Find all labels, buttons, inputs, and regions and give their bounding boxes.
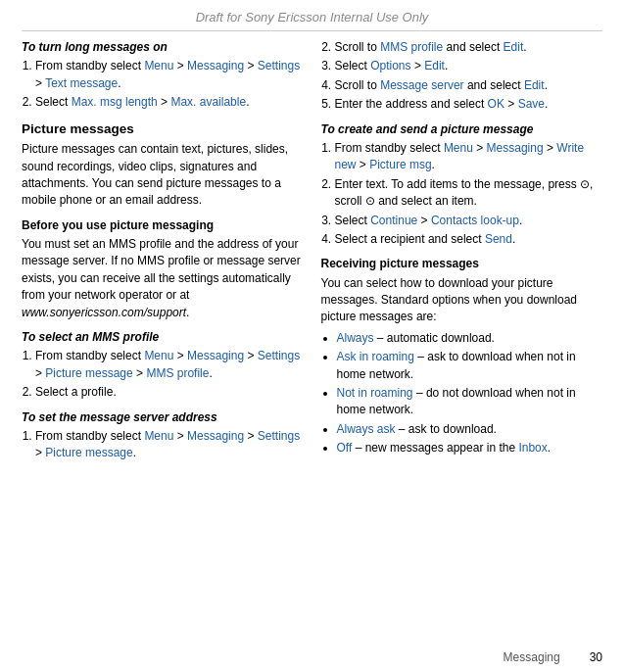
steps-continued: Scroll to MMS profile and select Edit. S… xyxy=(335,39,603,114)
page: Draft for Sony Ericsson Internal Use Onl… xyxy=(0,0,624,672)
left-column: To turn long messages on From standby se… xyxy=(22,39,304,466)
link-save: Save xyxy=(518,97,545,111)
link-always: Always xyxy=(337,331,374,345)
section5-title: To set the message server address xyxy=(22,409,304,426)
step6-4: Select a recipient and select Send. xyxy=(335,231,603,248)
link-settings3: Settings xyxy=(258,429,300,443)
draft-header: Draft for Sony Ericsson Internal Use Onl… xyxy=(22,10,602,31)
symbol1: ⊙ xyxy=(580,177,590,191)
step-r3: Select Options > Edit. xyxy=(335,58,603,74)
link-messaging4: Messaging xyxy=(487,141,544,155)
link-ask-roaming: Ask in roaming xyxy=(337,350,414,363)
link-menu: Menu xyxy=(144,59,173,72)
link-always-ask: Always ask xyxy=(337,422,396,436)
link-edit1: Edit xyxy=(504,40,524,54)
link-continue: Continue xyxy=(370,214,417,227)
website-text: www.sonyericsson.com/support xyxy=(22,306,186,319)
step6-3: Select Continue > Contacts look-up. xyxy=(335,213,603,229)
link-ok: OK xyxy=(488,97,504,111)
section2-body: Picture messages can contain text, pictu… xyxy=(22,141,304,210)
section1-steps: From standby select Menu > Messaging > S… xyxy=(35,58,304,111)
link-mms-profile: MMS profile xyxy=(146,366,209,380)
link-menu2: Menu xyxy=(144,349,173,362)
link-settings: Settings xyxy=(258,59,300,72)
link-max-msg: Max. msg length xyxy=(72,95,158,109)
step5-1: From standby select Menu > Messaging > S… xyxy=(35,428,304,462)
step1-1: From standby select Menu > Messaging > S… xyxy=(35,58,304,92)
two-column-layout: To turn long messages on From standby se… xyxy=(22,39,602,466)
step-r2: Scroll to MMS profile and select Edit. xyxy=(335,39,603,56)
link-mms-profile2: MMS profile xyxy=(380,40,443,54)
bullet-always-ask: Always ask – ask to download. xyxy=(337,421,603,438)
step4-1: From standby select Menu > Messaging > S… xyxy=(35,348,304,382)
link-picture-message2: Picture message xyxy=(45,446,132,459)
section3-body: You must set an MMS profile and the addr… xyxy=(22,236,304,321)
section7-bullets: Always – automatic download. Ask in roam… xyxy=(337,330,603,457)
link-messaging2: Messaging xyxy=(187,349,244,362)
section7-title: Receiving picture messages xyxy=(321,256,603,272)
bullet-always: Always – automatic download. xyxy=(337,330,603,347)
step4-2: Select a profile. xyxy=(35,384,304,401)
link-send: Send xyxy=(485,232,512,246)
step-r5: Enter the address and select OK > Save. xyxy=(335,96,603,113)
link-picture-message: Picture message xyxy=(45,366,132,380)
link-max-available: Max. available xyxy=(170,95,246,109)
section4-title: To select an MMS profile xyxy=(22,329,304,346)
step6-1: From standby select Menu > Messaging > W… xyxy=(335,140,603,174)
link-settings2: Settings xyxy=(258,349,300,362)
section1-title: To turn long messages on xyxy=(22,39,304,56)
section7-body: You can select how to download your pict… xyxy=(321,275,603,326)
link-edit3: Edit xyxy=(524,78,545,92)
symbol2: ⊙ xyxy=(365,194,375,208)
right-column: Scroll to MMS profile and select Edit. S… xyxy=(321,39,603,466)
link-off: Off xyxy=(337,441,353,455)
link-edit2: Edit xyxy=(424,59,445,72)
link-menu4: Menu xyxy=(444,141,473,155)
section6-steps: From standby select Menu > Messaging > W… xyxy=(335,140,603,248)
section5-steps: From standby select Menu > Messaging > S… xyxy=(35,428,304,462)
step-r4: Scroll to Message server and select Edit… xyxy=(335,77,603,94)
footer-section: Messaging xyxy=(504,650,560,664)
link-text-message: Text message xyxy=(45,76,118,90)
section6-title: To create and send a picture message xyxy=(321,121,603,138)
link-message-server: Message server xyxy=(380,78,463,92)
section4-steps: From standby select Menu > Messaging > S… xyxy=(35,348,304,401)
link-messaging3: Messaging xyxy=(187,429,244,443)
link-menu3: Menu xyxy=(144,429,173,443)
step6-2: Enter text. To add items to the message,… xyxy=(335,176,603,211)
link-picture-msg: Picture msg xyxy=(369,158,431,171)
link-inbox: Inbox xyxy=(518,441,547,455)
bullet-off: Off – new messages appear in the Inbox. xyxy=(337,440,603,456)
section3-title: Before you use picture messaging xyxy=(22,217,304,234)
link-contacts-lookup: Contacts look-up xyxy=(431,214,519,227)
bullet-not-roaming: Not in roaming – do not download when no… xyxy=(337,385,603,419)
section2-title: Picture messages xyxy=(22,120,304,139)
step1-2: Select Max. msg length > Max. available. xyxy=(35,94,304,111)
link-options: Options xyxy=(370,59,410,72)
link-messaging: Messaging xyxy=(187,59,244,72)
footer-page: 30 xyxy=(590,650,602,664)
link-not-roaming: Not in roaming xyxy=(337,386,413,400)
bullet-ask-roaming: Ask in roaming – ask to download when no… xyxy=(337,349,603,383)
footer: Messaging 30 xyxy=(504,650,602,664)
